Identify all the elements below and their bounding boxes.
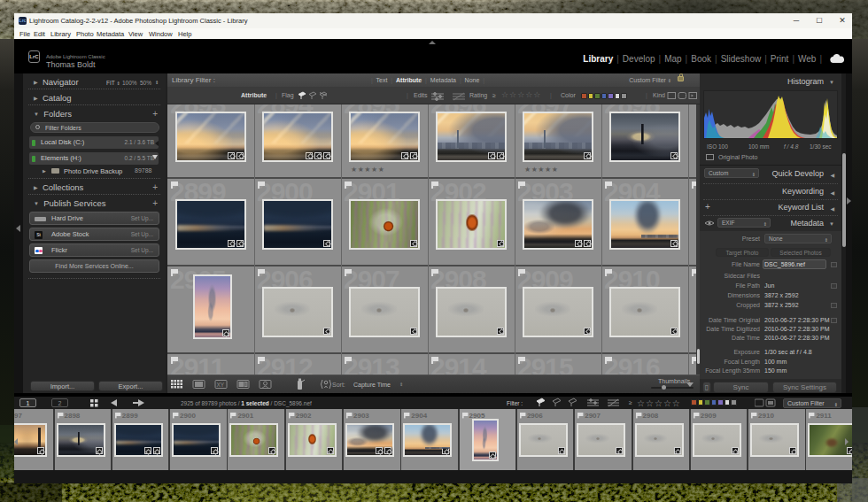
svg-text:XY: XY <box>217 382 225 388</box>
